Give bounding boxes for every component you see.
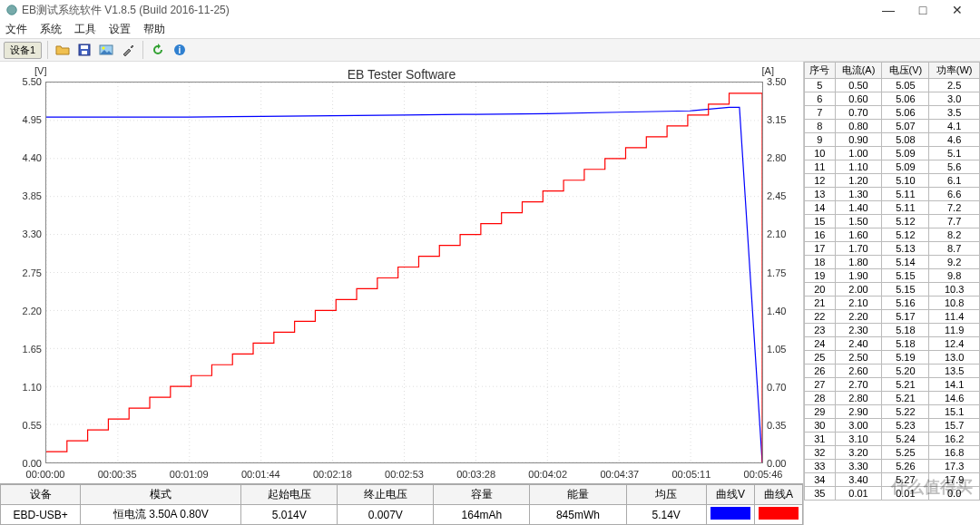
cell-device: EBD-USB+ xyxy=(1,505,81,525)
col-voltage: 电压(V) xyxy=(882,63,929,79)
xtick: 00:03:28 xyxy=(456,469,495,480)
col-power: 功率(W) xyxy=(929,63,980,79)
refresh-icon[interactable] xyxy=(149,41,167,59)
table-row[interactable]: 121.205.106.1 xyxy=(805,174,980,188)
table-row[interactable]: 323.205.2516.8 xyxy=(805,446,980,460)
app-icon xyxy=(5,4,18,16)
ytick-right: 3.15 xyxy=(767,114,798,125)
ytick-right: 0.35 xyxy=(767,420,798,431)
config-icon[interactable] xyxy=(119,41,137,59)
image-icon[interactable] xyxy=(97,41,115,59)
ytick-left: 0.00 xyxy=(9,458,42,469)
table-row[interactable]: 313.105.2416.2 xyxy=(805,433,980,446)
table-row[interactable]: 333.305.2617.3 xyxy=(805,460,980,473)
table-row[interactable]: 101.005.095.1 xyxy=(805,147,980,160)
ytick-right: 1.75 xyxy=(767,267,798,278)
ytick-right: 2.45 xyxy=(767,190,798,201)
y-right-unit: [A] xyxy=(762,65,774,76)
hdr-avgv: 均压 xyxy=(626,485,706,505)
ytick-left: 2.75 xyxy=(9,267,42,278)
menu-system[interactable]: 系统 xyxy=(40,22,62,37)
ytick-left: 3.85 xyxy=(9,190,42,201)
table-row[interactable]: 50.505.052.5 xyxy=(805,79,980,92)
xtick: 00:04:37 xyxy=(600,469,639,480)
cell-startv: 5.014V xyxy=(241,505,338,525)
table-row[interactable]: 343.405.2717.9 xyxy=(805,473,980,487)
menubar: 文件 系统 工具 设置 帮助 xyxy=(0,20,980,38)
table-row[interactable]: 90.905.084.6 xyxy=(805,133,980,147)
xtick: 00:00:00 xyxy=(26,469,65,480)
hdr-device: 设备 xyxy=(1,485,81,505)
xtick: 00:01:09 xyxy=(170,469,209,480)
menu-help[interactable]: 帮助 xyxy=(143,22,165,37)
ytick-left: 1.65 xyxy=(9,344,42,355)
ytick-left: 1.10 xyxy=(9,382,42,393)
close-button[interactable]: ✕ xyxy=(940,1,975,19)
cell-capacity: 164mAh xyxy=(434,505,530,525)
tab-device1[interactable]: 设备1 xyxy=(4,42,42,59)
data-panel[interactable]: 序号 电流(A) 电压(V) 功率(W) 50.505.052.560.605.… xyxy=(803,62,980,525)
ytick-right: 3.50 xyxy=(767,76,798,87)
table-row[interactable]: 70.705.063.5 xyxy=(805,106,980,120)
table-row[interactable]: 191.905.159.8 xyxy=(805,269,980,283)
plot[interactable] xyxy=(45,82,763,463)
xtick: 00:00:35 xyxy=(98,469,137,480)
summary-row[interactable]: EBD-USB+ 恒电流 3.50A 0.80V 5.014V 0.007V 1… xyxy=(1,505,803,525)
y-left-unit: [V] xyxy=(34,65,46,76)
ytick-left: 5.50 xyxy=(9,76,42,87)
ytick-right: 0.00 xyxy=(767,458,798,469)
table-row[interactable]: 60.605.063.0 xyxy=(805,92,980,106)
table-row[interactable]: 262.605.2013.5 xyxy=(805,365,980,378)
table-row[interactable]: 252.505.1913.0 xyxy=(805,351,980,365)
open-icon[interactable] xyxy=(54,41,72,59)
col-current: 电流(A) xyxy=(835,63,882,79)
cell-avgv: 5.14V xyxy=(626,505,706,525)
table-row[interactable]: 131.305.116.6 xyxy=(805,188,980,201)
menu-tools[interactable]: 工具 xyxy=(74,22,96,37)
table-row[interactable]: 151.505.127.7 xyxy=(805,215,980,228)
titlebar: EB测试系统软件 V1.8.5 (Build 2016-11-25) ― □ ✕ xyxy=(0,0,980,20)
ytick-right: 1.40 xyxy=(767,306,798,316)
svg-point-5 xyxy=(103,47,105,50)
ytick-left: 2.20 xyxy=(9,306,42,316)
cell-mode: 恒电流 3.50A 0.80V xyxy=(81,505,241,525)
toolbar-separator xyxy=(142,41,143,59)
info-icon[interactable]: i xyxy=(171,41,189,59)
table-row[interactable]: 111.105.095.6 xyxy=(805,160,980,174)
summary-table: 设备 模式 起始电压 终止电压 容量 能量 均压 曲线V 曲线A EBD-USB… xyxy=(0,483,803,525)
swatch-v xyxy=(706,505,754,525)
hdr-energy: 能量 xyxy=(530,485,626,505)
hdr-startv: 起始电压 xyxy=(241,485,338,505)
table-row[interactable]: 141.405.117.2 xyxy=(805,201,980,215)
table-row[interactable]: 202.005.1510.3 xyxy=(805,283,980,297)
menu-file[interactable]: 文件 xyxy=(5,22,27,37)
table-row[interactable]: 232.305.1811.9 xyxy=(805,324,980,337)
svg-point-0 xyxy=(7,5,17,15)
table-row[interactable]: 181.805.149.2 xyxy=(805,256,980,269)
table-row[interactable]: 242.405.1812.4 xyxy=(805,337,980,351)
table-row[interactable]: 161.605.128.2 xyxy=(805,228,980,242)
xtick: 00:02:18 xyxy=(313,469,352,480)
ytick-right: 1.05 xyxy=(767,344,798,355)
ytick-left: 4.40 xyxy=(9,152,42,163)
table-row[interactable]: 171.705.138.7 xyxy=(805,242,980,256)
table-row[interactable]: 303.005.2315.7 xyxy=(805,419,980,433)
hdr-endv: 终止电压 xyxy=(338,485,434,505)
table-row[interactable]: 222.205.1711.4 xyxy=(805,310,980,324)
table-row[interactable]: 212.105.1610.8 xyxy=(805,297,980,310)
table-row[interactable]: 80.805.074.1 xyxy=(805,120,980,133)
maximize-button[interactable]: □ xyxy=(906,1,940,19)
table-row[interactable]: 292.905.2215.1 xyxy=(805,405,980,419)
save-icon[interactable] xyxy=(75,41,93,59)
table-row[interactable]: 282.805.2114.6 xyxy=(805,392,980,405)
table-row[interactable]: 350.010.010.0 xyxy=(805,487,980,501)
menu-settings[interactable]: 设置 xyxy=(109,22,131,37)
chart-title: EB Tester Software xyxy=(0,67,803,82)
minimize-button[interactable]: ― xyxy=(871,1,906,19)
col-idx: 序号 xyxy=(805,63,836,79)
ytick-right: 2.80 xyxy=(767,152,798,163)
ytick-right: 2.10 xyxy=(767,228,798,239)
hdr-mode: 模式 xyxy=(81,485,241,505)
table-row[interactable]: 272.705.2114.1 xyxy=(805,378,980,392)
hdr-capacity: 容量 xyxy=(434,485,530,505)
